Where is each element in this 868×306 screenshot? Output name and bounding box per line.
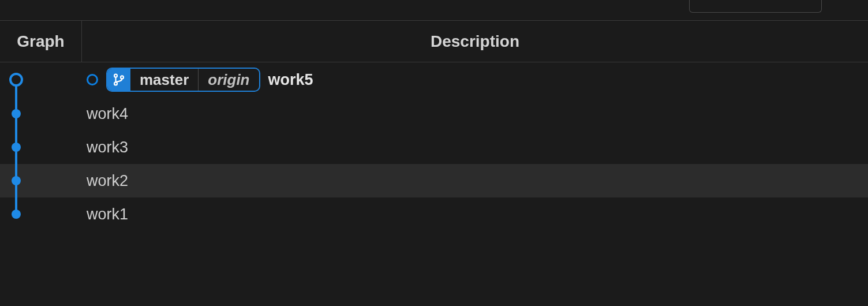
svg-point-8 <box>12 143 21 152</box>
svg-point-12 <box>12 210 21 219</box>
branch-local-label: master <box>130 69 199 91</box>
svg-point-6 <box>12 109 21 118</box>
svg-point-2 <box>114 74 117 77</box>
search-input[interactable] <box>689 0 822 13</box>
git-branch-icon <box>107 69 130 91</box>
commit-description: work3 <box>82 139 868 156</box>
graph-cell <box>0 130 82 164</box>
commit-description: work2 <box>82 172 868 190</box>
head-ring-icon <box>87 74 98 85</box>
graph-cell <box>0 62 82 97</box>
top-bar <box>0 0 868 21</box>
branch-tag[interactable]: master origin <box>106 68 260 92</box>
commit-message: work3 <box>87 139 128 156</box>
commit-row[interactable]: work4 <box>0 97 868 130</box>
commit-row[interactable]: master origin work5 <box>0 62 868 97</box>
svg-point-1 <box>10 74 22 85</box>
column-header-description[interactable]: Description <box>82 32 868 51</box>
commit-message: work1 <box>87 206 128 223</box>
commit-row[interactable]: work1 <box>0 197 868 231</box>
svg-point-3 <box>114 82 117 85</box>
commit-row[interactable]: work2 <box>0 164 868 197</box>
table-header: Graph Description <box>0 21 868 62</box>
graph-cell <box>0 97 82 130</box>
commit-message: work5 <box>268 71 313 89</box>
graph-cell <box>0 164 82 197</box>
commit-description: work1 <box>82 206 868 223</box>
commit-list: master origin work5 work4 work3 <box>0 62 868 231</box>
svg-point-4 <box>121 76 124 79</box>
svg-point-10 <box>12 176 21 185</box>
commit-message: work4 <box>87 105 128 123</box>
commit-description: master origin work5 <box>82 68 868 92</box>
branch-remote-label: origin <box>199 69 259 91</box>
commit-row[interactable]: work3 <box>0 130 868 164</box>
commit-message: work2 <box>87 172 128 190</box>
commit-description: work4 <box>82 105 868 123</box>
column-header-graph[interactable]: Graph <box>0 21 82 62</box>
graph-cell <box>0 197 82 231</box>
